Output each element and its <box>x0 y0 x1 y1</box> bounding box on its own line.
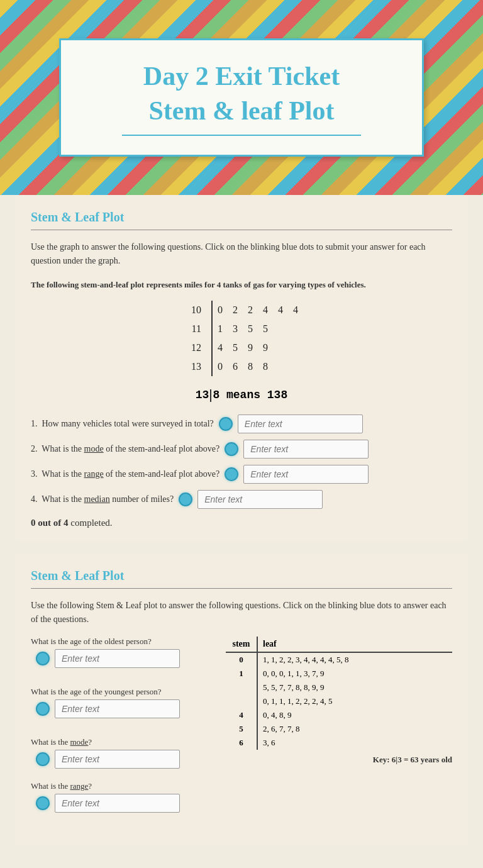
q2-range: What is the range? <box>31 781 226 813</box>
question2-text: 2. What is the mode of the stem-and-leaf… <box>31 444 219 454</box>
q4-dot[interactable] <box>179 492 192 506</box>
stem-4: 4 <box>226 708 257 722</box>
completion-count: 0 out of 4 <box>31 518 69 528</box>
question3-text: 3. What is the range of the stem-and-lea… <box>31 469 219 479</box>
leaf-11: 1 3 5 5 <box>218 320 272 338</box>
q2-mode-input-row <box>31 750 226 769</box>
section2-plot: stem leaf 0 1, 1, 2, 2, 3, 4, 4, 4, 4, 5… <box>226 637 452 823</box>
leaf-10: 0 2 2 4 4 4 <box>218 301 302 320</box>
q2-oldest: What is the age of the oldest person? <box>31 637 226 668</box>
table-row: 5, 5, 7, 7, 8, 8, 9, 9 <box>226 681 452 694</box>
q2-mode-input[interactable] <box>55 750 180 769</box>
leaf-13: 0 6 8 8 <box>218 358 272 376</box>
leaf-0: 1, 1, 2, 2, 3, 4, 4, 4, 4, 5, 8 <box>257 652 452 667</box>
question1-text: 1. How many vehicles total were surveyed… <box>31 419 214 429</box>
question2-row: 2. What is the mode of the stem-and-leaf… <box>31 440 452 459</box>
header-divider <box>122 135 360 136</box>
stem-bar3 <box>211 338 213 357</box>
q3-input[interactable] <box>243 465 369 484</box>
stem-5: 5 <box>226 722 257 736</box>
section2-combined: What is the age of the oldest person? Wh… <box>31 637 452 823</box>
section1: Stem & Leaf Plot Use the graph to answer… <box>16 195 467 541</box>
plot-table1: 10 0 2 2 4 4 4 11 1 3 5 5 12 <box>181 301 302 376</box>
section1-title: Stem & Leaf Plot <box>31 210 452 225</box>
section2-description: Use the following Stem & Leaf plot to an… <box>31 599 452 627</box>
q2-mode-label: What is the mode? <box>31 737 226 747</box>
title-line2: Stem & leaf Plot <box>148 96 334 125</box>
question1-row: 1. How many vehicles total were surveyed… <box>31 415 452 433</box>
plot-row-10: 10 0 2 2 4 4 4 <box>181 301 302 320</box>
section2-table: stem leaf 0 1, 1, 2, 2, 3, 4, 4, 4, 4, 5… <box>226 637 452 750</box>
stem-12: 12 <box>181 339 206 357</box>
question4-row: 4. What is the median number of miles? <box>31 490 452 509</box>
q2-range-dot[interactable] <box>36 796 50 810</box>
q2-youngest-input-row <box>31 699 226 718</box>
q4-num: 4. <box>31 494 38 504</box>
leaf-12: 4 5 9 9 <box>218 339 272 357</box>
section2-key: Key: 6|3 = 63 years old <box>226 755 452 765</box>
q2-mode-dot[interactable] <box>36 752 50 766</box>
table-row: 1 0, 0, 0, 1, 1, 3, 7, 9 <box>226 667 452 681</box>
stem-6: 6 <box>226 736 257 750</box>
question4-text: 4. What is the median number of miles? <box>31 494 174 504</box>
leaf-5: 2, 6, 7, 7, 8 <box>257 722 452 736</box>
leaf-1: 0, 0, 0, 1, 1, 3, 7, 9 <box>257 667 452 681</box>
q2-oldest-input-row <box>31 649 226 668</box>
header-card: Day 2 Exit Ticket Stem & leaf Plot <box>59 38 424 156</box>
plot-row-11: 11 1 3 5 5 <box>181 320 302 338</box>
q1-input[interactable] <box>238 415 363 433</box>
stem-1: 1 <box>226 667 257 681</box>
stem-13: 13 <box>181 358 206 376</box>
stem-2 <box>226 681 257 694</box>
q2-dot[interactable] <box>225 442 238 456</box>
q2-range-input-row <box>31 794 226 813</box>
q2-youngest-label: What is the age of the youngest person? <box>31 687 226 697</box>
question3-row: 3. What is the range of the stem-and-lea… <box>31 465 452 484</box>
section1-plot-description: The following stem-and-leaf plot represe… <box>31 279 452 291</box>
title-line1: Day 2 Exit Ticket <box>143 62 340 91</box>
stem-10: 10 <box>181 301 206 320</box>
q2-youngest-input[interactable] <box>55 699 180 718</box>
table-row: 4 0, 4, 8, 9 <box>226 708 452 722</box>
main-content: Stem & Leaf Plot Use the graph to answer… <box>0 195 483 845</box>
q1-label: How many vehicles total were surveyed in… <box>42 419 214 428</box>
leaf-4: 0, 4, 8, 9 <box>257 708 452 722</box>
table-row: 0, 1, 1, 1, 2, 2, 2, 4, 5 <box>226 694 452 708</box>
page-wrapper: Day 2 Exit Ticket Stem & leaf Plot Stem … <box>0 0 483 845</box>
q2-oldest-dot[interactable] <box>36 652 50 665</box>
section2-title: Stem & Leaf Plot <box>31 569 452 583</box>
stem-bar4 <box>211 357 213 376</box>
table-row: 0 1, 1, 2, 2, 3, 4, 4, 4, 4, 5, 8 <box>226 652 452 667</box>
q2-oldest-label: What is the age of the oldest person? <box>31 637 226 647</box>
stem-0: 0 <box>226 652 257 667</box>
section2-questions: What is the age of the oldest person? Wh… <box>31 637 226 823</box>
section2: Stem & Leaf Plot Use the following Stem … <box>16 554 467 846</box>
q3-num: 3. <box>31 469 38 479</box>
q2-range-label: What is the range? <box>31 781 226 791</box>
header-background: Day 2 Exit Ticket Stem & leaf Plot <box>0 0 483 195</box>
completion-text: 0 out of 4 completed. <box>31 518 452 528</box>
stem-header: stem <box>226 637 257 652</box>
plot-row-12: 12 4 5 9 9 <box>181 338 302 357</box>
stem-3 <box>226 694 257 708</box>
q2-range-input[interactable] <box>55 794 180 813</box>
completion-suffix: completed. <box>69 518 113 528</box>
leaf-6: 3, 6 <box>257 736 452 750</box>
section2-divider <box>31 588 452 589</box>
q3-dot[interactable] <box>225 467 238 481</box>
q1-dot[interactable] <box>219 417 233 431</box>
q2-oldest-input[interactable] <box>55 649 180 668</box>
plot-row-13: 13 0 6 8 8 <box>181 357 302 376</box>
stem-bar <box>211 301 213 320</box>
q2-youngest-dot[interactable] <box>36 702 50 716</box>
stem-bar2 <box>211 320 213 338</box>
q2-youngest: What is the age of the youngest person? <box>31 687 226 718</box>
q2-input[interactable] <box>243 440 369 459</box>
table2-header: stem leaf <box>226 637 452 652</box>
q1-num: 1. <box>31 419 38 428</box>
q2-mode: What is the mode? <box>31 737 226 769</box>
stem-11: 11 <box>181 320 206 338</box>
plot-key1: 138 means 138 <box>31 389 452 401</box>
q4-input[interactable] <box>197 490 323 509</box>
leaf-header: leaf <box>257 637 452 652</box>
